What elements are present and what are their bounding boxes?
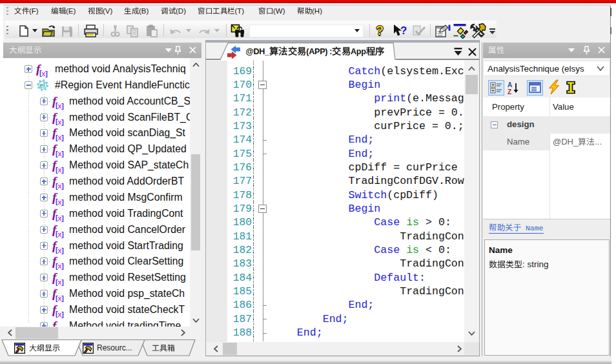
svg-text:?: ? — [400, 25, 407, 37]
svg-text:Z: Z — [508, 88, 511, 96]
svg-text:A: A — [508, 81, 512, 88]
svg-text:el: el — [39, 82, 45, 89]
